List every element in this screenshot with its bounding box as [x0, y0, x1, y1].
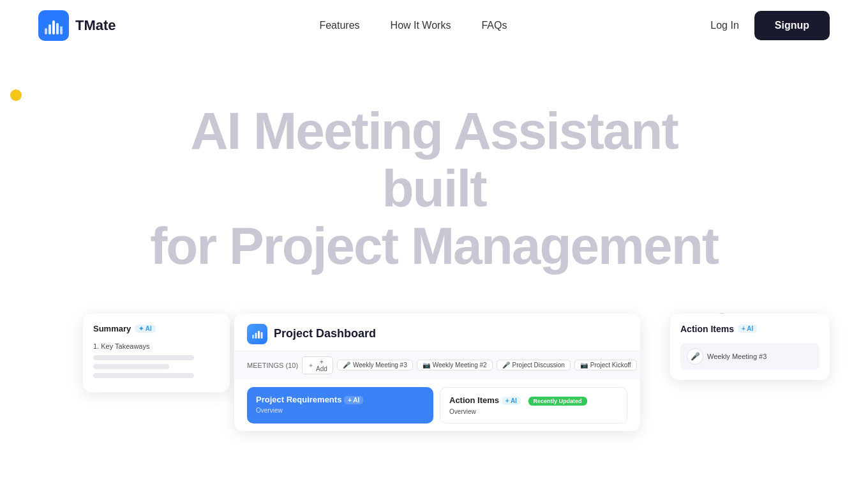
- action-items-ai-badge: + AI: [502, 397, 521, 405]
- nav-actions: Log In Signup: [710, 11, 830, 40]
- svg-rect-8: [258, 331, 260, 339]
- meetings-bar: MEETINGS (10) ＋ + Add 🎤 Weekly Meeting #…: [234, 351, 640, 379]
- signup-button[interactable]: Signup: [754, 11, 830, 40]
- mic-icon: 🎤: [343, 362, 350, 369]
- project-req-ai-badge: + AI: [344, 396, 363, 404]
- nav-item-features[interactable]: Features: [319, 20, 359, 31]
- login-button[interactable]: Log In: [710, 20, 738, 31]
- summary-ai-badge: ✦ AI: [135, 324, 155, 333]
- summary-line-2: [93, 364, 169, 369]
- action-items-title: Action Items + AI Recently Updated: [449, 395, 618, 406]
- action-card-header: Action Items + AI: [680, 324, 819, 334]
- summary-item: 1. Key Takeaways: [93, 342, 220, 350]
- logo-text: TMate: [75, 17, 116, 34]
- hero-title: AI Meeting Assistant built for Project M…: [147, 102, 721, 275]
- meeting-ref-text: Weekly Meeting #3: [707, 353, 767, 360]
- mic-circle-icon: 🎤: [687, 348, 703, 365]
- svg-rect-9: [261, 332, 263, 339]
- action-items-sub: Overview: [449, 408, 618, 415]
- summary-line-3: [93, 373, 194, 378]
- svg-rect-7: [255, 333, 257, 339]
- action-card-ai-badge: + AI: [738, 324, 757, 333]
- meetings-count-label: MEETINGS (10): [247, 362, 298, 369]
- nav-item-how-it-works[interactable]: How It Works: [391, 20, 451, 31]
- bars-icon: [251, 328, 263, 340]
- dashboard-title: Project Dashboard: [274, 327, 376, 340]
- svg-rect-2: [49, 24, 51, 34]
- camera-icon-2: 📷: [580, 362, 588, 369]
- meeting-reference: 🎤 Weekly Meeting #3: [680, 343, 819, 370]
- svg-rect-6: [252, 335, 254, 339]
- preview-area: Summary ✦ AI 1. Key Takeaways Project Da…: [0, 314, 868, 441]
- dashboard-card: Project Dashboard MEETINGS (10) ＋ + Add …: [234, 314, 640, 431]
- svg-rect-4: [56, 23, 59, 34]
- camera-icon: 📷: [423, 362, 430, 369]
- recently-updated-badge: Recently Updated: [528, 397, 587, 406]
- summary-title: Summary: [93, 324, 131, 333]
- svg-rect-1: [45, 28, 47, 34]
- action-items-card: Action Items + AI Recently Updated Overv…: [440, 387, 627, 423]
- hero-section: AI Meeting Assistant built for Project M…: [0, 51, 868, 275]
- logo-icon: [38, 10, 69, 41]
- project-req-sub: Overview: [256, 407, 424, 414]
- meeting-tag-2: 📷 Weekly Meeting #2: [417, 360, 493, 370]
- add-meeting-button[interactable]: ＋ + Add: [302, 356, 333, 374]
- nav-item-faqs[interactable]: FAQs: [481, 20, 507, 31]
- project-req-title: Project Requirements + AI: [256, 395, 424, 404]
- mic-icon-2: 🎤: [502, 362, 510, 369]
- meeting-tag-1: 🎤 Weekly Meeting #3: [337, 360, 413, 370]
- summary-card: Summary ✦ AI 1. Key Takeaways: [83, 314, 230, 392]
- svg-rect-3: [52, 20, 55, 34]
- logo[interactable]: TMate: [38, 10, 116, 41]
- summary-line-1: [93, 355, 194, 360]
- project-requirements-card: Project Requirements + AI Overview: [247, 387, 433, 423]
- meeting-tag-3: 🎤 Project Discussion: [497, 360, 571, 370]
- action-items-sidebar-card: Action Items + AI 🎤 Weekly Meeting #3: [670, 314, 830, 380]
- meeting-tag-4: 📷 Project Kickoff: [574, 360, 637, 370]
- action-card-title: Action Items: [680, 324, 734, 334]
- add-icon: ＋: [308, 361, 314, 370]
- summary-card-header: Summary ✦ AI: [93, 324, 220, 333]
- dashboard-header: Project Dashboard: [234, 314, 640, 351]
- navbar: TMate Features How It Works FAQs Log In …: [0, 0, 868, 51]
- dashboard-icon: [247, 324, 267, 344]
- svg-rect-5: [60, 26, 63, 34]
- nav-links: Features How It Works FAQs: [319, 20, 507, 31]
- dashboard-inner-cards: Project Requirements + AI Overview Actio…: [234, 379, 640, 431]
